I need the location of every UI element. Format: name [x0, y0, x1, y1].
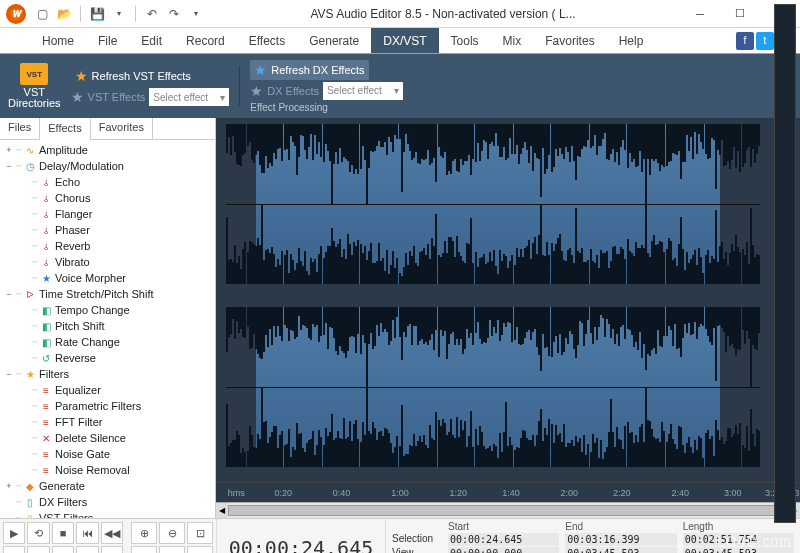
sidebar-tab-favorites[interactable]: Favorites — [91, 118, 153, 139]
tree-item[interactable]: ┈≡Equalizer — [4, 382, 211, 398]
redo-icon[interactable]: ↷ — [164, 4, 184, 24]
qat-customize-icon[interactable]: ▾ — [186, 4, 206, 24]
sidebar-tab-files[interactable]: Files — [0, 118, 40, 139]
tree-item[interactable]: ┈≡FFT Filter — [4, 414, 211, 430]
zoom-full-button[interactable]: ⊡ — [187, 546, 213, 553]
refresh-vst-button[interactable]: ★ Refresh VST Effects — [71, 66, 195, 86]
stop-button[interactable]: ■ — [52, 522, 74, 544]
tree-item[interactable]: ┈◧Rate Change — [4, 334, 211, 350]
tree-item[interactable]: ┈⫰Reverb — [4, 238, 211, 254]
tree-item[interactable]: −┈◷Delay/Modulation — [4, 158, 211, 174]
transport-controls: ▶ ⟲ ■ ⏮ ◀◀ ⊕ ⊖ ⊡ ⏸ ⏸ ● ⏭ ▶▶ ⊕ ⊖ ⊡ — [0, 519, 216, 553]
refresh-dx-button[interactable]: ★ Refresh DX Effects — [250, 60, 368, 80]
expander-icon[interactable]: + — [4, 481, 14, 491]
tree-item[interactable]: ┈◧Pitch Shift — [4, 318, 211, 334]
tree-item[interactable]: ┈≡Noise Gate — [4, 446, 211, 462]
menu-dxvst[interactable]: DX/VST — [371, 28, 438, 53]
prev-button[interactable]: ⏮ — [76, 522, 98, 544]
selection-end[interactable]: 00:03:16.399 — [565, 533, 676, 546]
open-file-icon[interactable]: 📂 — [54, 4, 74, 24]
save-dropdown-icon[interactable]: ▾ — [109, 4, 129, 24]
menu-generate[interactable]: Generate — [297, 28, 371, 53]
menu-mix[interactable]: Mix — [491, 28, 534, 53]
tree-item[interactable]: ┈≡Parametric Filters — [4, 398, 211, 414]
maximize-button[interactable]: ☐ — [720, 0, 760, 28]
tree-item-icon: ◧ — [39, 304, 53, 316]
tree-item-label: Equalizer — [55, 384, 101, 396]
waveform-canvas[interactable]: dB4-2-10-∞-10-244-2-10-∞-10-24 — [216, 118, 800, 482]
ribbon: VST VSTDirectories ★ Refresh VST Effects… — [0, 54, 800, 118]
menu-file[interactable]: File — [86, 28, 129, 53]
vst-folder-icon: VST — [20, 63, 48, 85]
dx-effect-select[interactable]: Select effect▾ — [323, 82, 403, 100]
menu-record[interactable]: Record — [174, 28, 237, 53]
tree-item-label: Reverb — [55, 240, 90, 252]
vst-effect-select[interactable]: Select effect▾ — [149, 88, 229, 106]
time-ruler[interactable]: hms0:200:401:001:201:402:002:202:403:003… — [216, 482, 800, 502]
horizontal-scrollbar[interactable]: ◀ ▶ — [216, 502, 800, 518]
record-button[interactable]: ● — [52, 546, 74, 553]
pause-button[interactable]: ⏸ — [3, 546, 25, 553]
loop-button[interactable]: ⟲ — [27, 522, 49, 544]
tree-item[interactable]: ┈↺Reverse — [4, 350, 211, 366]
tree-item-icon: ◷ — [23, 160, 37, 172]
sidebar-tab-effects[interactable]: Effects — [40, 119, 90, 140]
expander-icon[interactable]: − — [4, 289, 14, 299]
menu-tools[interactable]: Tools — [439, 28, 491, 53]
expander-icon[interactable]: − — [4, 369, 14, 379]
menu-favorites[interactable]: Favorites — [533, 28, 606, 53]
facebook-icon[interactable]: f — [736, 32, 754, 50]
tree-item-icon: ◧ — [39, 320, 53, 332]
pause2-button[interactable]: ⏸ — [27, 546, 49, 553]
zoom-in-v-button[interactable]: ⊕ — [131, 546, 157, 553]
selection-length[interactable]: 00:02:51.754 — [683, 533, 794, 546]
minimize-button[interactable]: ─ — [680, 0, 720, 28]
menu-effects[interactable]: Effects — [237, 28, 297, 53]
waveform-area: dB4-2-10-∞-10-244-2-10-∞-10-24 hms0:200:… — [216, 118, 800, 518]
vst-directories-button[interactable]: VST VSTDirectories — [8, 63, 61, 109]
tree-item-icon: ✕ — [39, 432, 53, 444]
zoom-out-button[interactable]: ⊖ — [159, 522, 185, 544]
selection-start[interactable]: 00:00:24.645 — [448, 533, 559, 546]
tree-item-label: Echo — [55, 176, 80, 188]
tree-item[interactable]: ┈⫰Chorus — [4, 190, 211, 206]
refresh-dx-label: Refresh DX Effects — [271, 64, 364, 76]
twitter-icon[interactable]: t — [756, 32, 774, 50]
tree-item[interactable]: ┈▯VST Filters — [4, 510, 211, 518]
view-length[interactable]: 00:03:45.593 — [683, 547, 794, 553]
expander-icon[interactable]: + — [4, 145, 14, 155]
zoom-selection-button[interactable]: ⊡ — [187, 522, 213, 544]
tree-item[interactable]: ┈⫰Echo — [4, 174, 211, 190]
scroll-thumb[interactable] — [228, 505, 788, 516]
zoom-out-v-button[interactable]: ⊖ — [159, 546, 185, 553]
save-icon[interactable]: 💾 — [87, 4, 107, 24]
tree-item[interactable]: ┈⫰Phaser — [4, 222, 211, 238]
tree-item[interactable]: ┈⫰Flanger — [4, 206, 211, 222]
fast-forward-button[interactable]: ▶▶ — [101, 546, 123, 553]
scroll-left-icon[interactable]: ◀ — [216, 503, 228, 518]
view-end[interactable]: 00:03:45.593 — [565, 547, 676, 553]
undo-icon[interactable]: ↶ — [142, 4, 162, 24]
play-button[interactable]: ▶ — [3, 522, 25, 544]
zoom-in-button[interactable]: ⊕ — [131, 522, 157, 544]
tree-item[interactable]: −┈★Filters — [4, 366, 211, 382]
expander-icon[interactable]: − — [4, 161, 14, 171]
effects-tree[interactable]: +┈∿Amplitude−┈◷Delay/Modulation┈⫰Echo┈⫰C… — [0, 140, 215, 518]
tree-item[interactable]: ┈★Voice Morpher — [4, 270, 211, 286]
tree-item[interactable]: ┈⫰Vibrato — [4, 254, 211, 270]
tree-item[interactable]: ┈≡Noise Removal — [4, 462, 211, 478]
menu-edit[interactable]: Edit — [129, 28, 174, 53]
tree-item-label: Voice Morpher — [55, 272, 126, 284]
view-start[interactable]: 00:00:00.000 — [448, 547, 559, 553]
tree-item[interactable]: +┈◆Generate — [4, 478, 211, 494]
menu-home[interactable]: Home — [30, 28, 86, 53]
tree-item[interactable]: +┈∿Amplitude — [4, 142, 211, 158]
next-button[interactable]: ⏭ — [76, 546, 98, 553]
tree-item[interactable]: ┈✕Delete Silence — [4, 430, 211, 446]
tree-item[interactable]: ┈◧Tempo Change — [4, 302, 211, 318]
tree-item[interactable]: −┈ᐅTime Stretch/Pitch Shift — [4, 286, 211, 302]
rewind-button[interactable]: ◀◀ — [101, 522, 123, 544]
menu-help[interactable]: Help — [607, 28, 656, 53]
tree-item[interactable]: ┈▯DX Filters — [4, 494, 211, 510]
new-file-icon[interactable]: ▢ — [32, 4, 52, 24]
